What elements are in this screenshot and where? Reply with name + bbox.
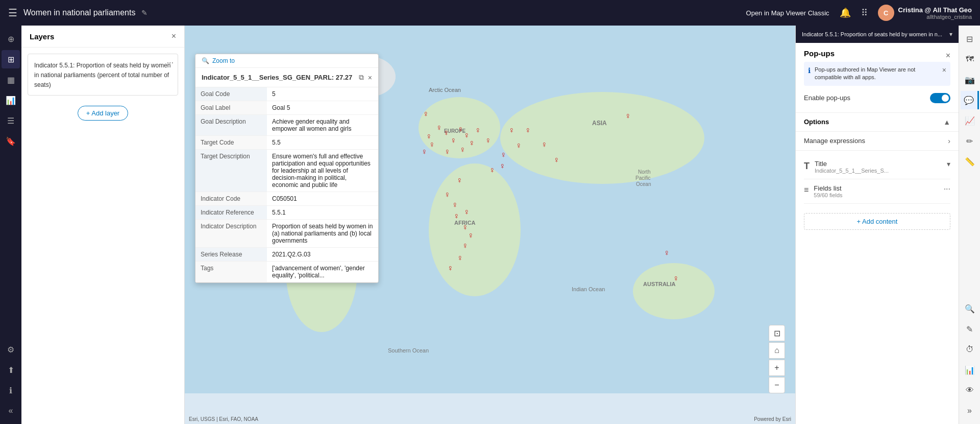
topbar-left: ☰ Women in national parliaments ✎ bbox=[8, 7, 746, 19]
svg-text:♀: ♀ bbox=[429, 140, 435, 149]
layers-close-button[interactable]: × bbox=[172, 32, 176, 41]
content-item-fields: ≡ Fields list 59/60 fields ··· bbox=[804, 179, 950, 204]
right-filter-btn[interactable]: ⊟ bbox=[961, 30, 979, 48]
right-edit2-btn[interactable]: ✎ bbox=[961, 320, 979, 338]
zoom-search-icon: 🔍 bbox=[202, 57, 209, 64]
right-analysis-btn[interactable]: 📈 bbox=[961, 111, 979, 130]
layers-title: Layers bbox=[30, 32, 54, 41]
notification-icon[interactable]: 🔔 bbox=[840, 7, 851, 18]
options-header[interactable]: Options ▲ bbox=[804, 118, 950, 126]
field-label: Goal Code bbox=[195, 87, 267, 101]
right-measure-btn[interactable]: 📏 bbox=[961, 152, 979, 171]
svg-text:♀: ♀ bbox=[625, 111, 631, 120]
main-content: ⊕ ⊞ ▦ 📊 ☰ 🔖 ⚙ ⬆ ℹ « Layers × Indicator 5… bbox=[0, 26, 980, 424]
sidebar-charts-btn[interactable]: 📊 bbox=[2, 91, 20, 109]
menu-button[interactable]: ☰ bbox=[8, 7, 17, 19]
close-popups-panel-button[interactable]: × bbox=[946, 51, 950, 60]
layer-item-text: Indicator 5.5.1: Proportion of seats hel… bbox=[34, 62, 171, 88]
sidebar-table-btn[interactable]: ▦ bbox=[2, 70, 20, 89]
svg-text:♀: ♀ bbox=[489, 166, 495, 174]
manage-expressions-row[interactable]: Manage expressions › bbox=[796, 132, 959, 151]
right-time-btn[interactable]: ⏱ bbox=[961, 340, 979, 359]
enable-popups-toggle[interactable] bbox=[930, 93, 950, 103]
right-editor-btn[interactable]: ✏ bbox=[961, 132, 979, 150]
svg-point-2 bbox=[500, 92, 704, 184]
options-title: Options bbox=[804, 118, 829, 126]
svg-point-6 bbox=[633, 263, 715, 319]
user-badge: C Cristina @ All That Geo allthatgeo_cri… bbox=[878, 5, 972, 21]
fields-item-more[interactable]: ··· bbox=[944, 184, 950, 194]
sidebar-upload-btn[interactable]: ⬆ bbox=[2, 361, 20, 379]
svg-text:♀: ♀ bbox=[469, 138, 475, 147]
svg-text:♀: ♀ bbox=[426, 132, 432, 140]
title-item-sub: Indicator_5_5_1__Series_S... bbox=[815, 168, 942, 174]
field-label: Target Description bbox=[195, 150, 267, 192]
sidebar-bookmark-btn[interactable]: 🔖 bbox=[2, 132, 20, 150]
popup-icon-buttons: ⧉ × bbox=[359, 73, 372, 82]
topbar-right: Open in Map Viewer Classic 🔔 ⠿ C Cristin… bbox=[746, 5, 972, 21]
open-viewer-button[interactable]: Open in Map Viewer Classic bbox=[746, 9, 829, 17]
table-row: Target DescriptionEnsure women's full an… bbox=[195, 150, 378, 192]
svg-text:♀: ♀ bbox=[459, 145, 465, 154]
right-panel-header-text: Indicator 5.5.1: Proportion of seats hel… bbox=[802, 31, 949, 37]
layer-more-button[interactable]: ··· bbox=[167, 58, 174, 67]
field-value: Goal 5 bbox=[267, 101, 378, 115]
map-view-toggle[interactable]: ⊡ bbox=[769, 325, 785, 341]
right-panel-header: Indicator 5.5.1: Proportion of seats hel… bbox=[796, 26, 959, 43]
user-handle: allthatgeo_cristina bbox=[898, 14, 972, 20]
field-value: Proportion of seats held by women in (a)… bbox=[267, 220, 378, 248]
svg-text:Pacific: Pacific bbox=[635, 175, 650, 181]
map-area[interactable]: Arctic Ocean EUROPE ASIA AFRICA North Pa… bbox=[185, 26, 795, 424]
sidebar-zoom-btn[interactable]: ⊕ bbox=[2, 30, 20, 48]
popup-close-button[interactable]: × bbox=[368, 73, 372, 82]
field-label: Target Code bbox=[195, 136, 267, 150]
svg-text:ASIA: ASIA bbox=[592, 120, 607, 127]
svg-text:♀: ♀ bbox=[453, 211, 459, 220]
sidebar-layers-btn[interactable]: ⊞ bbox=[2, 50, 20, 68]
svg-rect-8 bbox=[185, 393, 795, 424]
popup-copy-button[interactable]: ⧉ bbox=[359, 73, 364, 82]
zoom-in-button[interactable]: + bbox=[769, 360, 785, 376]
field-label: Tags bbox=[195, 262, 267, 282]
right-basemap-btn[interactable]: 🗺 bbox=[961, 50, 979, 68]
avatar[interactable]: C bbox=[878, 5, 894, 21]
dismiss-warning-button[interactable]: × bbox=[942, 66, 946, 74]
title-item-expand[interactable]: ▾ bbox=[947, 160, 950, 168]
svg-text:♀: ♀ bbox=[447, 264, 453, 272]
table-row: Goal DescriptionAchieve gender equality … bbox=[195, 115, 378, 136]
field-value: ['advancement of women', 'gender equalit… bbox=[267, 262, 378, 282]
svg-text:♀: ♀ bbox=[468, 231, 474, 240]
fields-item-info: Fields list 59/60 fields bbox=[814, 184, 938, 198]
popup-table-container[interactable]: Goal Code5Goal LabelGoal 5Goal Descripti… bbox=[195, 87, 378, 282]
right-search-btn[interactable]: 🔍 bbox=[961, 299, 979, 318]
panel-dropdown-button[interactable]: ▾ bbox=[949, 31, 952, 38]
edit-title-icon[interactable]: ✎ bbox=[141, 9, 148, 17]
table-row: Indicator Reference5.5.1 bbox=[195, 206, 378, 220]
table-row: Tags['advancement of women', 'gender equ… bbox=[195, 262, 378, 282]
right-chart2-btn[interactable]: 📊 bbox=[961, 361, 979, 379]
options-chevron-icon: ▲ bbox=[943, 118, 950, 126]
right-snapshot-btn[interactable]: 📷 bbox=[961, 70, 979, 89]
svg-text:AUSTRALIA: AUSTRALIA bbox=[643, 281, 676, 287]
svg-text:North: North bbox=[638, 169, 650, 175]
zoom-out-button[interactable]: − bbox=[769, 377, 785, 393]
right-icons-sidebar: ⊟ 🗺 📷 💬 📈 ✏ 📏 🔍 ✎ ⏱ 📊 👁 » bbox=[959, 26, 980, 424]
sidebar-list-btn[interactable]: ☰ bbox=[2, 111, 20, 130]
svg-text:Arctic Ocean: Arctic Ocean bbox=[429, 87, 461, 93]
enable-popups-row: Enable pop-ups bbox=[804, 90, 950, 106]
sidebar-settings-btn[interactable]: ⚙ bbox=[2, 340, 20, 359]
zoom-label: Zoom to bbox=[212, 57, 235, 64]
add-content-button[interactable]: + Add content bbox=[804, 213, 950, 230]
table-row: Goal Code5 bbox=[195, 87, 378, 101]
right-popups-btn[interactable]: 💬 bbox=[961, 91, 979, 109]
popup-zoom-row[interactable]: 🔍 Zoom to bbox=[195, 54, 378, 68]
add-layer-button[interactable]: + Add layer bbox=[78, 106, 128, 121]
right-panel: Indicator 5.5.1: Proportion of seats hel… bbox=[795, 26, 959, 424]
apps-grid-icon[interactable]: ⠿ bbox=[861, 7, 868, 18]
right-visibility-btn[interactable]: 👁 bbox=[961, 381, 979, 399]
field-label: Indicator Code bbox=[195, 192, 267, 206]
sidebar-collapse-btn[interactable]: « bbox=[2, 402, 20, 420]
map-home-button[interactable]: ⌂ bbox=[769, 342, 785, 359]
right-expand-btn[interactable]: » bbox=[961, 402, 979, 420]
sidebar-info-btn[interactable]: ℹ bbox=[2, 381, 20, 399]
